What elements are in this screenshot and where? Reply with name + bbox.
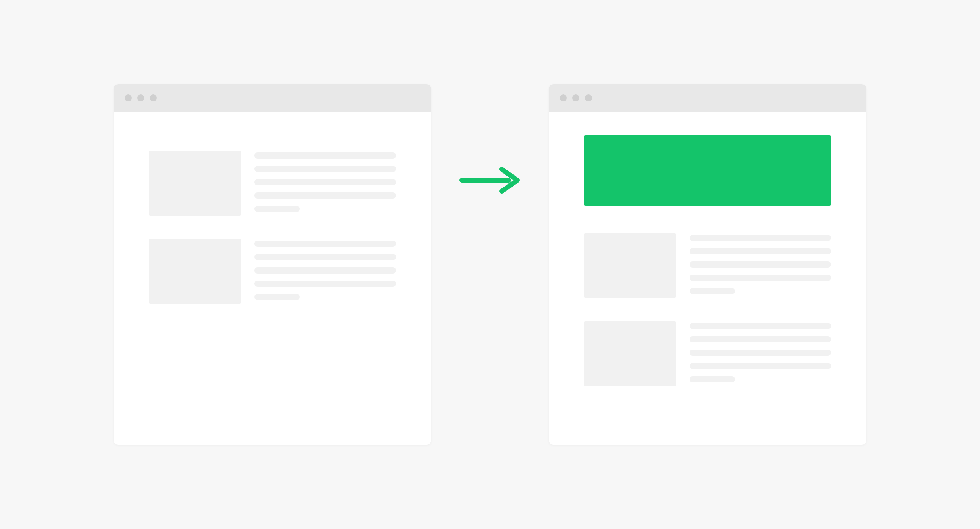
window-content-before (114, 112, 431, 445)
text-line-short (690, 376, 735, 382)
text-line (690, 248, 831, 254)
text-line (254, 192, 396, 199)
window-control-dot (150, 94, 157, 101)
text-line (254, 254, 396, 260)
highlighted-banner (584, 135, 831, 206)
window-control-dot (125, 94, 132, 101)
window-control-dot (585, 94, 592, 101)
text-line (690, 235, 831, 241)
list-item (149, 239, 396, 304)
text-line (254, 267, 396, 274)
text-line-short (690, 288, 735, 294)
window-content-after (549, 112, 866, 445)
text-lines-placeholder (254, 239, 396, 304)
text-lines-placeholder (690, 233, 831, 298)
text-line (690, 261, 831, 268)
text-line-short (254, 294, 300, 300)
text-line (690, 336, 831, 342)
list-item (149, 151, 396, 216)
text-line (254, 281, 396, 287)
text-lines-placeholder (690, 321, 831, 386)
thumbnail-placeholder (584, 233, 676, 298)
text-line (254, 179, 396, 185)
text-line (690, 323, 831, 329)
text-line (690, 363, 831, 369)
text-lines-placeholder (254, 151, 396, 216)
list-item (584, 321, 831, 386)
list-item (584, 233, 831, 298)
text-line (254, 152, 396, 159)
thumbnail-placeholder (149, 239, 241, 304)
text-line (690, 275, 831, 281)
text-line (254, 166, 396, 172)
arrow-container (455, 84, 525, 445)
text-line-short (254, 206, 300, 212)
browser-window-before (114, 84, 431, 445)
text-line (690, 350, 831, 356)
arrow-right-icon (459, 165, 521, 196)
text-line (254, 241, 396, 247)
titlebar-before (114, 84, 431, 112)
window-control-dot (137, 94, 144, 101)
window-control-dot (560, 94, 567, 101)
browser-window-after (549, 84, 866, 445)
thumbnail-placeholder (149, 151, 241, 216)
titlebar-after (549, 84, 866, 112)
window-control-dot (572, 94, 579, 101)
diagram-canvas (114, 84, 866, 445)
thumbnail-placeholder (584, 321, 676, 386)
